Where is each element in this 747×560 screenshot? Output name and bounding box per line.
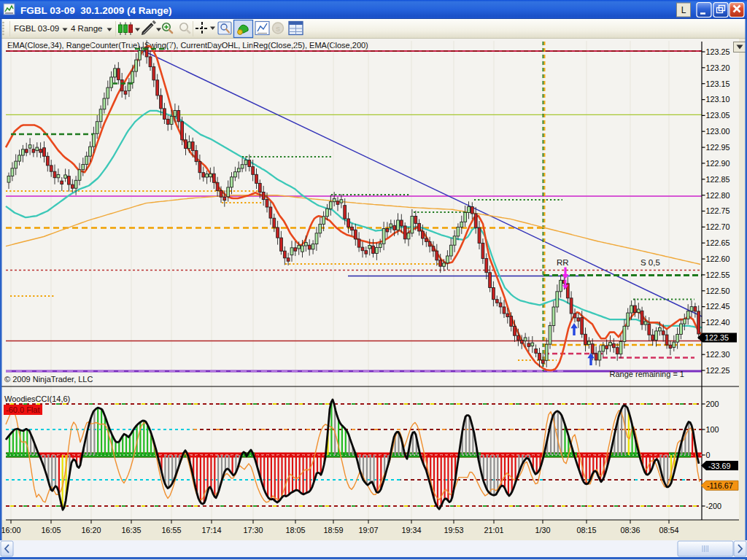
svg-text:S: S bbox=[276, 26, 280, 33]
svg-text:17:30: 17:30 bbox=[243, 526, 263, 534]
svg-text:08:15: 08:15 bbox=[576, 526, 596, 534]
svg-text:16:55: 16:55 bbox=[161, 526, 181, 534]
svg-text:19:07: 19:07 bbox=[358, 526, 378, 534]
svg-text:122.75: 122.75 bbox=[706, 206, 730, 215]
svg-text:123.10: 123.10 bbox=[706, 95, 730, 104]
svg-text:-60.0 Flat: -60.0 Flat bbox=[6, 405, 39, 414]
svg-text:0: 0 bbox=[706, 451, 711, 459]
svg-text:17:14: 17:14 bbox=[201, 526, 221, 534]
svg-text:122.80: 122.80 bbox=[706, 191, 730, 200]
svg-text:16:20: 16:20 bbox=[81, 526, 101, 534]
svg-text:122.60: 122.60 bbox=[706, 254, 730, 263]
svg-text:08:36: 08:36 bbox=[620, 526, 640, 534]
svg-text:16:05: 16:05 bbox=[41, 526, 61, 534]
svg-text:122.95: 122.95 bbox=[706, 143, 730, 152]
svg-text:122.25: 122.25 bbox=[706, 366, 730, 375]
svg-text:-200: -200 bbox=[706, 502, 722, 510]
svg-text:RR: RR bbox=[557, 258, 569, 267]
svg-text:-116.67: -116.67 bbox=[707, 481, 733, 490]
svg-text:122.50: 122.50 bbox=[706, 287, 730, 295]
svg-text:123.25: 123.25 bbox=[706, 47, 730, 56]
svg-text:EMA(Close,34), RangeCounter(Tr: EMA(Close,34), RangeCounter(True), Swing… bbox=[7, 41, 368, 50]
svg-text:19:34: 19:34 bbox=[401, 526, 421, 534]
svg-text:16:00: 16:00 bbox=[1, 526, 20, 534]
svg-text:122.35: 122.35 bbox=[705, 333, 729, 342]
svg-text:FGBL 03-09 30.1.2009 (4 Range: FGBL 03-09 30.1.2009 (4 Range) bbox=[20, 5, 172, 16]
svg-text:19:53: 19:53 bbox=[444, 526, 463, 534]
svg-text:200: 200 bbox=[706, 400, 719, 408]
svg-text:122.65: 122.65 bbox=[706, 238, 730, 247]
svg-text:08:54: 08:54 bbox=[659, 526, 678, 534]
svg-text:122.30: 122.30 bbox=[706, 350, 730, 359]
svg-text:123.20: 123.20 bbox=[706, 63, 730, 72]
svg-text:21:01: 21:01 bbox=[484, 526, 503, 534]
svg-text:122.45: 122.45 bbox=[706, 302, 730, 311]
svg-text:18:05: 18:05 bbox=[285, 526, 305, 534]
svg-text:123.00: 123.00 bbox=[706, 127, 730, 136]
svg-text:Range remaining = 1: Range remaining = 1 bbox=[610, 370, 684, 378]
svg-text:18:59: 18:59 bbox=[323, 526, 343, 534]
svg-text:122.70: 122.70 bbox=[706, 222, 730, 231]
svg-text:123.15: 123.15 bbox=[706, 79, 730, 88]
svg-text:S 0,5: S 0,5 bbox=[640, 258, 660, 267]
svg-text:© 2009 NinjaTrader, LLC: © 2009 NinjaTrader, LLC bbox=[4, 375, 93, 384]
svg-text:FGBL 03-09: FGBL 03-09 bbox=[14, 24, 59, 33]
svg-text:122.85: 122.85 bbox=[706, 175, 730, 184]
svg-text:123.05: 123.05 bbox=[706, 111, 730, 120]
svg-text:-33.69: -33.69 bbox=[708, 462, 731, 470]
svg-text:4 Range: 4 Range bbox=[71, 24, 102, 33]
svg-text:122.40: 122.40 bbox=[706, 318, 730, 327]
svg-text:122.90: 122.90 bbox=[706, 159, 730, 168]
svg-text:100: 100 bbox=[706, 425, 719, 434]
svg-text:WoodiesCCI(14,6): WoodiesCCI(14,6) bbox=[4, 394, 70, 403]
svg-text:1/30: 1/30 bbox=[535, 526, 550, 534]
svg-text:122.55: 122.55 bbox=[706, 271, 730, 279]
svg-text:L: L bbox=[681, 5, 686, 15]
svg-text:16:35: 16:35 bbox=[121, 526, 141, 534]
